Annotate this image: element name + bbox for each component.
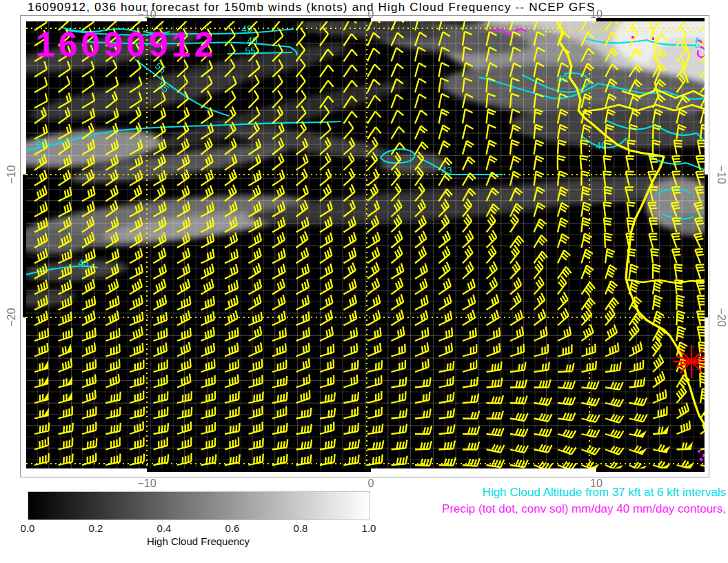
y-tick-label-left: −10 bbox=[6, 159, 18, 190]
x-tick-label-bottom: 0 bbox=[354, 477, 388, 490]
date-stamp: 16090912 bbox=[36, 28, 216, 62]
legend-cloud-altitude: High Cloud Altitude from 37 kft at 6 kft… bbox=[483, 486, 726, 500]
x-tick-label-top: 0 bbox=[354, 8, 388, 21]
y-tick-label-left: −20 bbox=[6, 302, 18, 333]
colorbar-tick-label: 0.2 bbox=[82, 522, 110, 534]
weather-forecast-page: 16090912, 036 hour forecast for 150mb wi… bbox=[0, 0, 728, 563]
colorbar-label: High Cloud Frequency bbox=[28, 535, 369, 547]
y-tick-label-right: −20 bbox=[715, 302, 727, 333]
colorbar-tick-label: 1.0 bbox=[355, 522, 383, 534]
legend-precip: Precip (tot dot, conv sol) mm/day 40 mm/… bbox=[442, 502, 726, 516]
x-tick-label-bottom: −10 bbox=[130, 477, 164, 490]
y-tick-label-right: −10 bbox=[715, 159, 727, 190]
colorbar-tick-label: 0.6 bbox=[219, 522, 246, 534]
colorbar-tick-label: 0.0 bbox=[14, 522, 41, 534]
colorbar-tick-label: 0.4 bbox=[150, 522, 178, 534]
colorbar-tick-label: 0.8 bbox=[287, 522, 314, 534]
x-tick-label-top: −10 bbox=[130, 8, 164, 21]
colorbar-gradient bbox=[28, 491, 370, 520]
map-layers: 5555554949554349494343 bbox=[2, 3, 728, 471]
x-tick-label-top: 10 bbox=[579, 8, 614, 21]
graticule-grid bbox=[26, 21, 705, 471]
